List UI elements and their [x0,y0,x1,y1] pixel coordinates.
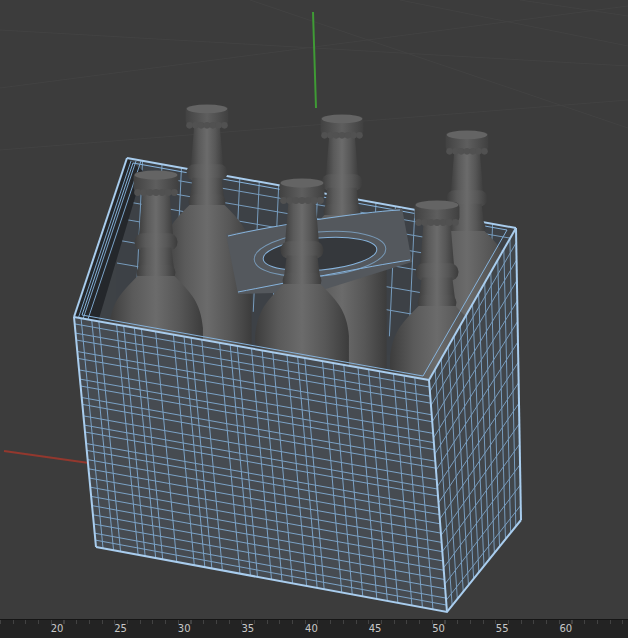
ruler-label: 50 [432,623,445,634]
ruler-label: 45 [369,623,382,634]
six-pack-carrier-model[interactable] [74,104,521,612]
app-window: 20 25 30 35 40 45 50 55 60 [0,0,628,638]
scene-canvas [0,0,628,620]
3d-viewport[interactable] [0,0,628,620]
ruler-label: 30 [178,623,191,634]
timeline-ruler[interactable]: 20 25 30 35 40 45 50 55 60 [0,619,628,638]
ruler-label: 25 [114,623,127,634]
ruler-label: 55 [496,623,509,634]
ruler-label: 40 [305,623,318,634]
ruler-label: 20 [51,623,64,634]
ruler-label: 60 [559,623,572,634]
ruler-label: 35 [241,623,254,634]
